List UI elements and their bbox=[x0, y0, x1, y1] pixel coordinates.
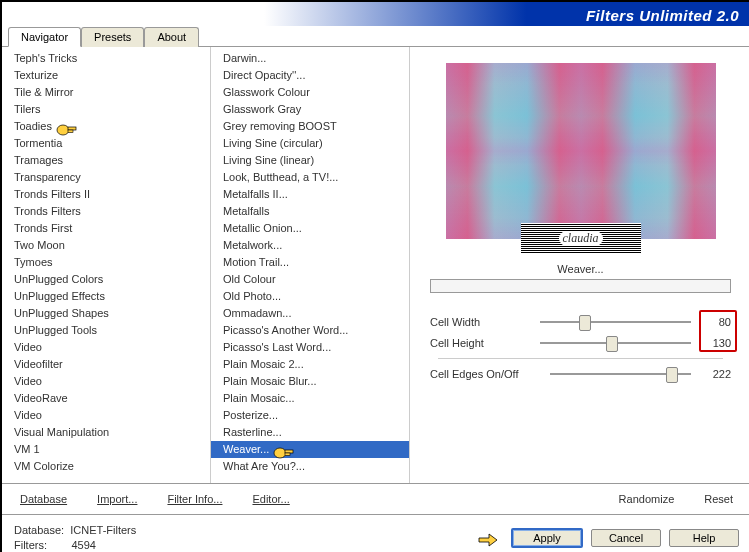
pointer-icon bbox=[477, 531, 499, 545]
list-item[interactable]: Video bbox=[2, 407, 210, 424]
list-item[interactable]: Living Sine (circular) bbox=[211, 135, 409, 152]
dialog-buttons: Apply Cancel Help bbox=[481, 528, 739, 548]
list-item[interactable]: Picasso's Another Word... bbox=[211, 322, 409, 339]
filter-info-button[interactable]: Filter Info... bbox=[167, 493, 222, 505]
preview-panel: claudia Weaver... Cell Width 80 Cell Hei… bbox=[410, 47, 749, 483]
list-item[interactable]: UnPlugged Shapes bbox=[2, 305, 210, 322]
tab-strip: Navigator Presets About bbox=[2, 26, 749, 47]
list-item[interactable]: Metalfalls II... bbox=[211, 186, 409, 203]
list-item[interactable]: Old Photo... bbox=[211, 288, 409, 305]
list-item[interactable]: Rasterline... bbox=[211, 424, 409, 441]
watermark: claudia bbox=[521, 223, 641, 253]
tab-navigator[interactable]: Navigator bbox=[8, 27, 81, 47]
app-title: Filters Unlimited 2.0 bbox=[586, 7, 739, 24]
list-item[interactable]: Tronds Filters bbox=[2, 203, 210, 220]
list-item[interactable]: Plain Mosaic... bbox=[211, 390, 409, 407]
slider-cell-edges[interactable] bbox=[550, 366, 691, 382]
slider-cell-width[interactable] bbox=[540, 314, 691, 330]
list-item[interactable]: VM 1 bbox=[2, 441, 210, 458]
status-text: Database: ICNET-Filters Filters: 4594 bbox=[14, 523, 136, 552]
category-list[interactable]: Teph's TricksTexturizeTile & MirrorTiler… bbox=[2, 47, 211, 483]
list-item[interactable]: Glasswork Colour bbox=[211, 84, 409, 101]
current-filter-name: Weaver... bbox=[422, 263, 739, 275]
svg-rect-2 bbox=[68, 130, 73, 133]
list-item[interactable]: What Are You?... bbox=[211, 458, 409, 475]
list-item[interactable]: Old Colour bbox=[211, 271, 409, 288]
tab-about[interactable]: About bbox=[144, 27, 199, 47]
list-item[interactable]: Tramages bbox=[2, 152, 210, 169]
param-cell-width: Cell Width 80 bbox=[430, 313, 731, 331]
list-item[interactable]: Tilers bbox=[2, 101, 210, 118]
list-item[interactable]: Metalwork... bbox=[211, 237, 409, 254]
list-item[interactable]: Plain Mosaic Blur... bbox=[211, 373, 409, 390]
list-item[interactable]: Ommadawn... bbox=[211, 305, 409, 322]
list-item[interactable]: Tile & Mirror bbox=[2, 84, 210, 101]
list-item[interactable]: Teph's Tricks bbox=[2, 50, 210, 67]
highlight-box bbox=[699, 310, 737, 352]
svg-point-3 bbox=[274, 448, 286, 458]
editor-button[interactable]: Editor... bbox=[252, 493, 289, 505]
list-item[interactable]: Transparency bbox=[2, 169, 210, 186]
import-button[interactable]: Import... bbox=[97, 493, 137, 505]
list-item[interactable]: UnPlugged Effects bbox=[2, 288, 210, 305]
list-item[interactable]: Motion Trail... bbox=[211, 254, 409, 271]
param-cell-height: Cell Height 130 bbox=[430, 334, 731, 352]
list-item[interactable]: Weaver... bbox=[211, 441, 409, 458]
param-cell-edges: Cell Edges On/Off 222 bbox=[430, 365, 731, 383]
list-item[interactable]: Tronds Filters II bbox=[2, 186, 210, 203]
list-item[interactable]: VM Colorize bbox=[2, 458, 210, 475]
main-panel: Teph's TricksTexturizeTile & MirrorTiler… bbox=[2, 47, 749, 483]
list-item[interactable]: Picasso's Last Word... bbox=[211, 339, 409, 356]
list-item[interactable]: Glasswork Gray bbox=[211, 101, 409, 118]
list-item[interactable]: Plain Mosaic 2... bbox=[211, 356, 409, 373]
list-item[interactable]: Darwin... bbox=[211, 50, 409, 67]
list-item[interactable]: VideoRave bbox=[2, 390, 210, 407]
list-item[interactable]: Texturize bbox=[2, 67, 210, 84]
list-item[interactable]: Tronds First bbox=[2, 220, 210, 237]
title-bar: Filters Unlimited 2.0 bbox=[2, 2, 749, 28]
preview-image: claudia bbox=[446, 63, 716, 239]
list-item[interactable]: Grey removing BOOST bbox=[211, 118, 409, 135]
hand-pointer-icon bbox=[272, 443, 294, 457]
list-item[interactable]: Toadies bbox=[2, 118, 210, 135]
apply-button[interactable]: Apply bbox=[511, 528, 583, 548]
list-item[interactable]: Tymoes bbox=[2, 254, 210, 271]
randomize-button[interactable]: Randomize bbox=[619, 493, 675, 505]
help-button[interactable]: Help bbox=[669, 529, 739, 547]
list-item[interactable]: UnPlugged Colors bbox=[2, 271, 210, 288]
reset-button[interactable]: Reset bbox=[704, 493, 733, 505]
svg-point-0 bbox=[57, 125, 69, 135]
hand-pointer-icon bbox=[55, 120, 77, 134]
list-item[interactable]: Visual Manipulation bbox=[2, 424, 210, 441]
list-item[interactable]: Living Sine (linear) bbox=[211, 152, 409, 169]
list-item[interactable]: Look, Butthead, a TV!... bbox=[211, 169, 409, 186]
svg-rect-5 bbox=[285, 453, 290, 456]
progress-bar bbox=[430, 279, 731, 293]
footer: Database: ICNET-Filters Filters: 4594 Ap… bbox=[2, 514, 749, 552]
list-item[interactable]: UnPlugged Tools bbox=[2, 322, 210, 339]
cancel-button[interactable]: Cancel bbox=[591, 529, 661, 547]
list-item[interactable]: Tormentia bbox=[2, 135, 210, 152]
divider bbox=[438, 358, 723, 359]
filter-list[interactable]: Darwin...Direct Opacity''...Glasswork Co… bbox=[211, 47, 410, 483]
parameters: Cell Width 80 Cell Height 130 Cell Edges… bbox=[422, 313, 739, 386]
list-item[interactable]: Videofilter bbox=[2, 356, 210, 373]
toolbar: Database Import... Filter Info... Editor… bbox=[2, 483, 749, 514]
list-item[interactable]: Two Moon bbox=[2, 237, 210, 254]
list-item[interactable]: Metalfalls bbox=[211, 203, 409, 220]
list-item[interactable]: Direct Opacity''... bbox=[211, 67, 409, 84]
list-item[interactable]: Video bbox=[2, 339, 210, 356]
tab-presets[interactable]: Presets bbox=[81, 27, 144, 47]
list-item[interactable]: Video bbox=[2, 373, 210, 390]
slider-cell-height[interactable] bbox=[540, 335, 691, 351]
list-item[interactable]: Metallic Onion... bbox=[211, 220, 409, 237]
database-button[interactable]: Database bbox=[20, 493, 67, 505]
list-item[interactable]: Posterize... bbox=[211, 407, 409, 424]
svg-rect-1 bbox=[68, 127, 76, 130]
svg-rect-4 bbox=[285, 450, 293, 453]
